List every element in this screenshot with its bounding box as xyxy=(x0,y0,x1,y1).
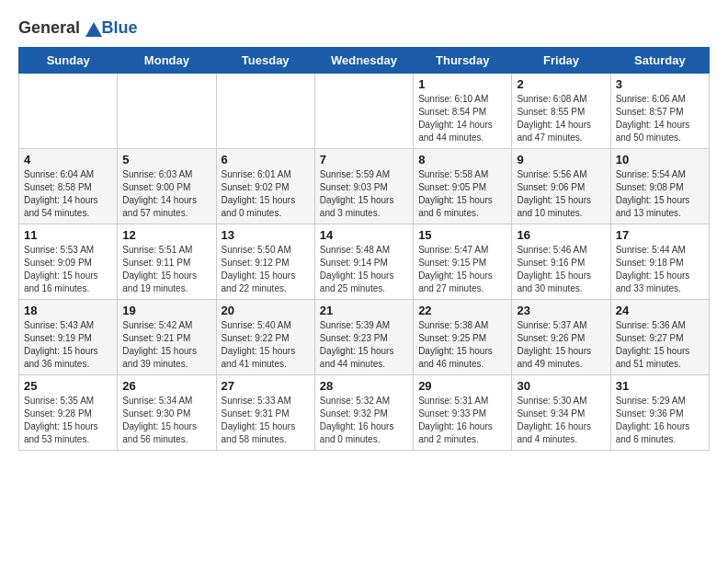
day-header-wednesday: Wednesday xyxy=(314,48,413,74)
logo-icon xyxy=(85,22,102,37)
day-number: 28 xyxy=(320,379,408,393)
calendar-table: SundayMondayTuesdayWednesdayThursdayFrid… xyxy=(18,47,710,451)
day-number: 31 xyxy=(616,379,704,393)
day-info: Sunrise: 5:53 AMSunset: 9:09 PMDaylight:… xyxy=(24,244,112,295)
calendar-header-row: SundayMondayTuesdayWednesdayThursdayFrid… xyxy=(19,48,710,74)
day-number: 7 xyxy=(320,153,408,167)
calendar-cell: 31Sunrise: 5:29 AMSunset: 9:36 PMDayligh… xyxy=(610,375,709,451)
day-info: Sunrise: 6:04 AMSunset: 8:58 PMDaylight:… xyxy=(24,168,112,220)
calendar-cell: 17Sunrise: 5:44 AMSunset: 9:18 PMDayligh… xyxy=(610,224,709,300)
calendar-week-3: 11Sunrise: 5:53 AMSunset: 9:09 PMDayligh… xyxy=(19,224,710,300)
logo-general: General xyxy=(18,18,80,37)
day-number: 12 xyxy=(122,228,210,242)
day-info: Sunrise: 5:44 AMSunset: 9:18 PMDaylight:… xyxy=(616,244,704,295)
calendar-cell xyxy=(216,74,314,149)
day-number: 14 xyxy=(320,228,408,242)
calendar-cell: 8Sunrise: 5:58 AMSunset: 9:05 PMDaylight… xyxy=(414,149,512,224)
day-info: Sunrise: 5:47 AMSunset: 9:15 PMDaylight:… xyxy=(418,244,506,295)
day-number: 22 xyxy=(418,304,506,317)
day-number: 13 xyxy=(222,228,310,242)
day-number: 27 xyxy=(222,379,310,393)
day-number: 24 xyxy=(616,304,704,317)
day-info: Sunrise: 5:31 AMSunset: 9:33 PMDaylight:… xyxy=(418,395,506,446)
calendar-cell: 11Sunrise: 5:53 AMSunset: 9:09 PMDayligh… xyxy=(19,224,118,300)
day-number: 10 xyxy=(616,153,704,167)
day-info: Sunrise: 5:34 AMSunset: 9:30 PMDaylight:… xyxy=(122,395,210,446)
calendar-cell: 26Sunrise: 5:34 AMSunset: 9:30 PMDayligh… xyxy=(118,375,216,451)
calendar-cell: 28Sunrise: 5:32 AMSunset: 9:32 PMDayligh… xyxy=(314,375,413,451)
day-info: Sunrise: 5:48 AMSunset: 9:14 PMDaylight:… xyxy=(320,244,408,295)
day-info: Sunrise: 5:40 AMSunset: 9:22 PMDaylight:… xyxy=(222,319,310,371)
day-header-sunday: Sunday xyxy=(19,48,118,74)
day-number: 18 xyxy=(24,304,112,317)
day-info: Sunrise: 6:10 AMSunset: 8:54 PMDaylight:… xyxy=(418,93,506,144)
day-info: Sunrise: 5:37 AMSunset: 9:26 PMDaylight:… xyxy=(517,319,605,371)
calendar-cell: 18Sunrise: 5:43 AMSunset: 9:19 PMDayligh… xyxy=(19,300,118,375)
calendar-week-5: 25Sunrise: 5:35 AMSunset: 9:28 PMDayligh… xyxy=(19,375,710,451)
day-info: Sunrise: 5:39 AMSunset: 9:23 PMDaylight:… xyxy=(320,319,408,371)
day-header-monday: Monday xyxy=(118,48,216,74)
calendar-cell: 1Sunrise: 6:10 AMSunset: 8:54 PMDaylight… xyxy=(414,74,512,149)
day-info: Sunrise: 5:36 AMSunset: 9:27 PMDaylight:… xyxy=(616,319,704,371)
day-number: 25 xyxy=(24,379,112,393)
day-number: 21 xyxy=(320,304,408,317)
day-number: 3 xyxy=(616,77,704,91)
day-number: 30 xyxy=(517,379,605,393)
day-info: Sunrise: 5:59 AMSunset: 9:03 PMDaylight:… xyxy=(320,168,408,220)
day-info: Sunrise: 5:30 AMSunset: 9:34 PMDaylight:… xyxy=(517,395,605,446)
day-info: Sunrise: 6:03 AMSunset: 9:00 PMDaylight:… xyxy=(122,168,210,220)
calendar-cell: 22Sunrise: 5:38 AMSunset: 9:25 PMDayligh… xyxy=(414,300,512,375)
day-info: Sunrise: 6:01 AMSunset: 9:02 PMDaylight:… xyxy=(222,168,310,220)
calendar-cell: 19Sunrise: 5:42 AMSunset: 9:21 PMDayligh… xyxy=(118,300,216,375)
day-info: Sunrise: 5:56 AMSunset: 9:06 PMDaylight:… xyxy=(517,168,605,220)
calendar-cell: 25Sunrise: 5:35 AMSunset: 9:28 PMDayligh… xyxy=(19,375,118,451)
day-number: 1 xyxy=(418,77,506,91)
day-info: Sunrise: 5:58 AMSunset: 9:05 PMDaylight:… xyxy=(418,168,506,220)
calendar-cell: 9Sunrise: 5:56 AMSunset: 9:06 PMDaylight… xyxy=(512,149,610,224)
day-header-friday: Friday xyxy=(512,48,610,74)
day-header-saturday: Saturday xyxy=(610,48,709,74)
day-number: 29 xyxy=(418,379,506,393)
day-number: 19 xyxy=(122,304,210,317)
calendar-cell: 16Sunrise: 5:46 AMSunset: 9:16 PMDayligh… xyxy=(512,224,610,300)
day-header-tuesday: Tuesday xyxy=(216,48,314,74)
calendar-cell: 15Sunrise: 5:47 AMSunset: 9:15 PMDayligh… xyxy=(414,224,512,300)
day-info: Sunrise: 6:06 AMSunset: 8:57 PMDaylight:… xyxy=(616,93,704,144)
day-number: 6 xyxy=(222,153,310,167)
day-info: Sunrise: 5:35 AMSunset: 9:28 PMDaylight:… xyxy=(24,395,112,446)
calendar-cell xyxy=(118,74,216,149)
day-number: 20 xyxy=(222,304,310,317)
day-info: Sunrise: 5:43 AMSunset: 9:19 PMDaylight:… xyxy=(24,319,112,371)
calendar-cell: 2Sunrise: 6:08 AMSunset: 8:55 PMDaylight… xyxy=(512,74,610,149)
calendar-cell xyxy=(19,74,118,149)
calendar-cell: 24Sunrise: 5:36 AMSunset: 9:27 PMDayligh… xyxy=(610,300,709,375)
calendar-cell: 7Sunrise: 5:59 AMSunset: 9:03 PMDaylight… xyxy=(314,149,413,224)
page-header: General Blue xyxy=(18,18,710,38)
calendar-week-2: 4Sunrise: 6:04 AMSunset: 8:58 PMDaylight… xyxy=(19,149,710,224)
day-number: 2 xyxy=(517,77,605,91)
calendar-cell: 13Sunrise: 5:50 AMSunset: 9:12 PMDayligh… xyxy=(216,224,314,300)
calendar-cell: 27Sunrise: 5:33 AMSunset: 9:31 PMDayligh… xyxy=(216,375,314,451)
day-number: 26 xyxy=(122,379,210,393)
day-info: Sunrise: 5:54 AMSunset: 9:08 PMDaylight:… xyxy=(616,168,704,220)
calendar-week-1: 1Sunrise: 6:10 AMSunset: 8:54 PMDaylight… xyxy=(19,74,710,149)
day-number: 5 xyxy=(122,153,210,167)
day-number: 9 xyxy=(517,153,605,167)
day-number: 8 xyxy=(418,153,506,167)
calendar-cell: 5Sunrise: 6:03 AMSunset: 9:00 PMDaylight… xyxy=(118,149,216,224)
calendar-cell: 29Sunrise: 5:31 AMSunset: 9:33 PMDayligh… xyxy=(414,375,512,451)
calendar-cell xyxy=(314,74,413,149)
day-info: Sunrise: 5:50 AMSunset: 9:12 PMDaylight:… xyxy=(222,244,310,295)
day-number: 17 xyxy=(616,228,704,242)
day-header-thursday: Thursday xyxy=(414,48,512,74)
calendar-week-4: 18Sunrise: 5:43 AMSunset: 9:19 PMDayligh… xyxy=(19,300,710,375)
logo-blue: Blue xyxy=(102,18,138,37)
day-number: 16 xyxy=(517,228,605,242)
day-number: 11 xyxy=(24,228,112,242)
day-number: 4 xyxy=(24,153,112,167)
day-info: Sunrise: 5:32 AMSunset: 9:32 PMDaylight:… xyxy=(320,395,408,446)
calendar-cell: 10Sunrise: 5:54 AMSunset: 9:08 PMDayligh… xyxy=(610,149,709,224)
day-info: Sunrise: 5:51 AMSunset: 9:11 PMDaylight:… xyxy=(122,244,210,295)
calendar-cell: 14Sunrise: 5:48 AMSunset: 9:14 PMDayligh… xyxy=(314,224,413,300)
calendar-cell: 6Sunrise: 6:01 AMSunset: 9:02 PMDaylight… xyxy=(216,149,314,224)
